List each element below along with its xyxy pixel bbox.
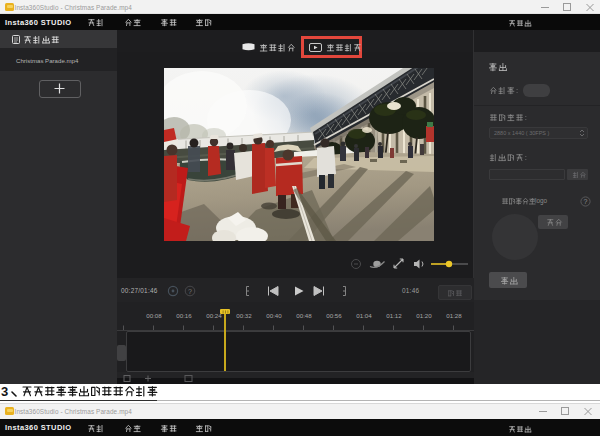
svg-text:?: ? [584, 198, 588, 205]
svg-text:?: ? [188, 288, 192, 295]
